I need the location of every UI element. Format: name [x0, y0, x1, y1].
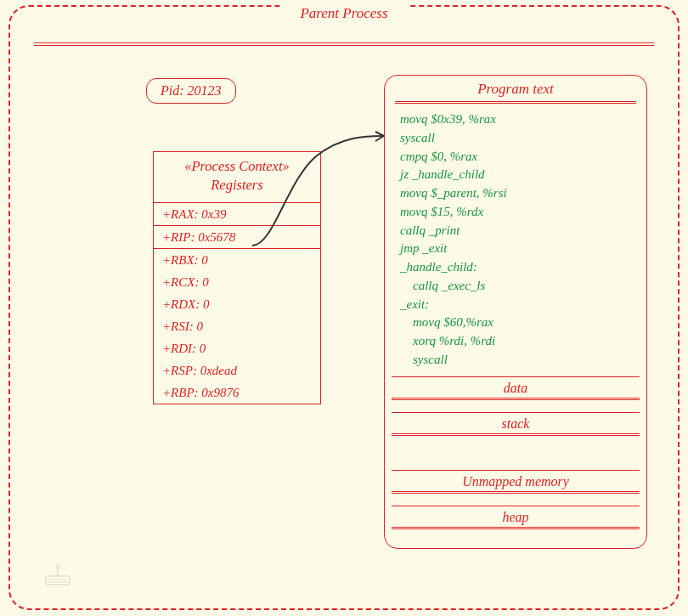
mem-section-gap [385, 448, 646, 470]
mem-section-data: data [385, 377, 646, 398]
mem-section-stack: stack [385, 413, 646, 433]
register-row-rsi: +RSI: 0 [154, 315, 320, 337]
mem-section-underline [392, 433, 640, 436]
context-header: «Process Context» Registers [154, 152, 320, 203]
mem-section-underline [392, 527, 640, 529]
mem-section-heap: heap [385, 506, 646, 527]
register-row-rbx: +RBX: 0 [154, 249, 320, 271]
context-title: Registers [162, 176, 312, 195]
program-text-label: Program text [385, 76, 646, 99]
register-row-rsp: +RSP: 0xdead [154, 359, 320, 381]
process-context-box: «Process Context» Registers +RAX: 0x39+R… [153, 151, 321, 404]
context-stereotype: «Process Context» [162, 157, 312, 176]
mem-section-unmapped-memory: Unmapped memory [385, 471, 646, 491]
memory-box: Program text movq $0x39, %rax syscall cm… [384, 75, 647, 549]
memory-sections: datastackUnmapped memoryheap [385, 376, 646, 529]
pid-badge: Pid: 20123 [146, 78, 236, 104]
title-underline [34, 42, 654, 46]
register-row-rdx: +RDX: 0 [154, 293, 320, 315]
register-row-rcx: +RCX: 0 [154, 271, 320, 293]
parent-process-frame: Parent Process Pid: 20123 «Process Conte… [8, 5, 680, 610]
mem-section-underline [392, 491, 640, 494]
register-row-rax: +RAX: 0x39 [154, 203, 320, 226]
program-text-code: movq $0x39, %rax syscall cmpq $0, %rax j… [385, 109, 646, 376]
mem-section-underline [392, 398, 640, 400]
program-text-underline [395, 101, 636, 104]
register-list: +RAX: 0x39+RIP: 0x5678+RBX: 0+RCX: 0+RDX… [154, 203, 320, 404]
register-row-rbp: +RBP: 0x9876 [154, 381, 320, 404]
frame-title: Parent Process [279, 5, 408, 24]
svg-rect-0 [46, 576, 70, 585]
register-row-rdi: +RDI: 0 [154, 337, 320, 359]
register-row-rip: +RIP: 0x5678 [154, 226, 320, 249]
watermark-icon [42, 564, 73, 588]
